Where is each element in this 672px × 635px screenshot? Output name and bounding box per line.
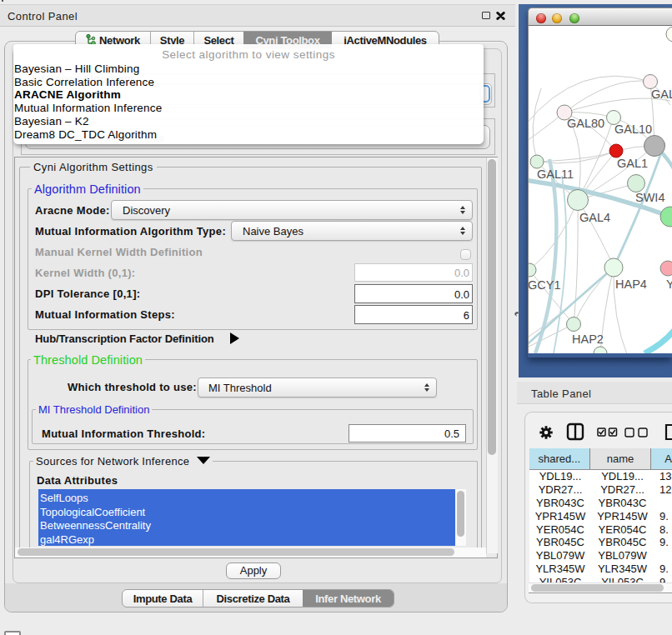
svg-text:GAL10: GAL10 [614,122,652,136]
svg-text:GAL: GAL [651,88,672,101]
svg-text:GCY1: GCY1 [529,278,561,292]
svg-text:GAL4: GAL4 [579,211,610,224]
svg-text:GAL1: GAL1 [617,157,648,170]
svg-text:SWI4: SWI4 [635,191,664,204]
svg-text:Y: Y [666,278,672,291]
svg-text:HAP4: HAP4 [615,278,647,291]
svg-text:HAP2: HAP2 [572,332,604,346]
svg-text:GAL80: GAL80 [567,117,604,130]
svg-text:GAL11: GAL11 [537,168,574,181]
